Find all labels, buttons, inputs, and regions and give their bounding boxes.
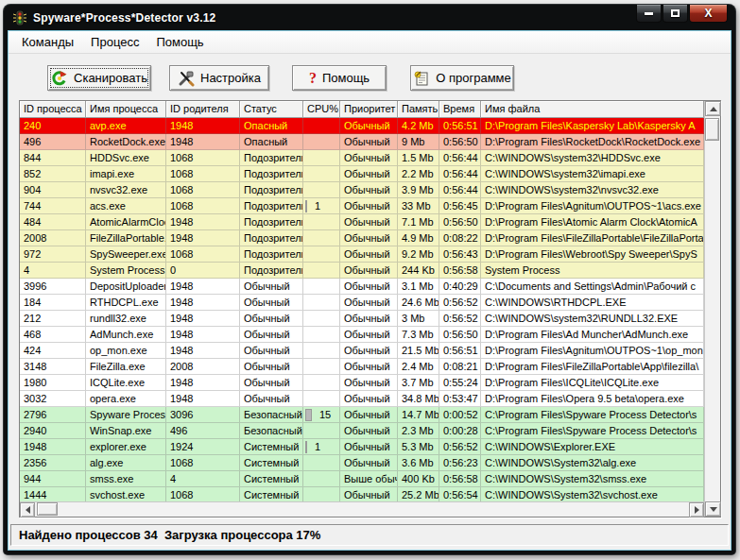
- cell-priority: Обычный: [340, 455, 398, 471]
- about-button[interactable]: О программе: [410, 65, 514, 91]
- table-row[interactable]: 844HDDSvc.exe1068ПодозрительныйОбычный1.…: [20, 150, 704, 166]
- cell-file: D:\Program Files\ICQLite\ICQLite.exe: [481, 375, 704, 391]
- horizontal-scroll-track[interactable]: [35, 502, 689, 517]
- cell-file: D:\Program Files\Atomic Alarm Clock\Atom…: [481, 214, 704, 230]
- column-header-time[interactable]: Время: [439, 101, 481, 118]
- title-bar[interactable]: Spyware*Process*Detector v3.12 X: [4, 5, 735, 31]
- horizontal-scroll-thumb[interactable]: [37, 502, 58, 516]
- table-row[interactable]: 2940WinSnap.exe496БезопасныйОбычный2.3 M…: [20, 423, 704, 439]
- table-row[interactable]: 212rundll32.exe1948ОбычныйОбычный3 Mb0:5…: [20, 311, 704, 327]
- cell-memory: 9 Mb: [398, 134, 439, 150]
- cell-parent: 1068: [166, 182, 240, 198]
- column-header-id[interactable]: ID процесса: [20, 101, 86, 118]
- menu-item-1[interactable]: Команды: [13, 32, 82, 52]
- tools-icon: [178, 70, 195, 87]
- settings-button-label: Настройка: [200, 71, 261, 85]
- cell-id: 424: [20, 343, 86, 359]
- cell-name: System Process: [86, 263, 166, 279]
- cell-priority: Обычный: [340, 246, 398, 263]
- cell-parent: 3096: [166, 407, 240, 423]
- scan-button[interactable]: Сканировать: [47, 65, 151, 91]
- cell-name: AdMunch.exe: [86, 327, 166, 343]
- help-button[interactable]: ? Помощь: [292, 65, 387, 91]
- vertical-scroll-thumb[interactable]: [705, 118, 719, 141]
- cell-time: 0:56:54: [439, 487, 481, 501]
- cell-time: 0:56:43: [439, 246, 481, 263]
- cell-time: 0:56:50: [439, 214, 481, 230]
- cell-cpu: [303, 391, 340, 407]
- cell-status: Безопасный: [240, 407, 303, 423]
- table-row[interactable]: 468AdMunch.exe1948ОбычныйОбычный7.3 Mb0:…: [20, 327, 704, 343]
- cell-memory: 14.7 Mb: [398, 407, 439, 423]
- close-button[interactable]: X: [689, 5, 728, 23]
- cell-priority: Обычный: [340, 279, 398, 295]
- menu-item-2[interactable]: Процесс: [82, 32, 147, 52]
- cell-memory: 7.3 Mb: [398, 327, 439, 343]
- scroll-down-button[interactable]: [705, 501, 721, 517]
- table-row[interactable]: 904nvsvc32.exe1068ПодозрительныйОбычный3…: [20, 182, 704, 198]
- column-header-file[interactable]: Имя файла: [481, 101, 704, 118]
- cell-file: D:\Program Files\Agnitum\OUTPOS~1\op_mon: [481, 343, 704, 359]
- table-row[interactable]: 4System Process0ПодозрительныйОбычный244…: [20, 263, 704, 279]
- table-row[interactable]: 3032opera.exe1948ОбычныйОбычный34.8 Mb0:…: [20, 391, 704, 407]
- column-header-name[interactable]: Имя процесса: [86, 101, 166, 118]
- cell-memory: 9.2 Mb: [398, 246, 439, 263]
- table-row[interactable]: 1980ICQLite.exe1948ОбычныйОбычный3.7 Mb0…: [20, 375, 704, 391]
- traffic-light-icon: [12, 10, 27, 25]
- cell-priority: Обычный: [340, 166, 398, 182]
- horizontal-scrollbar[interactable]: [20, 501, 704, 517]
- table-row[interactable]: 852imapi.exe1068ПодозрительныйОбычный2.2…: [20, 166, 704, 182]
- cell-priority: Обычный: [340, 198, 398, 214]
- cell-time: 0:00:28: [439, 423, 481, 439]
- cell-file: C:\WINDOWS\System32\svchost.exe: [481, 487, 704, 501]
- cell-priority: Обычный: [340, 182, 398, 198]
- table-row[interactable]: 2008FileZillaPortable.exe1948Подозритель…: [20, 230, 704, 246]
- window-title: Spyware*Process*Detector v3.12: [33, 11, 215, 25]
- table-row[interactable]: 972SpySweeper.exe1068ПодозрительныйОбычн…: [20, 246, 704, 263]
- table-row[interactable]: 484AtomicAlarmClock.exe1948Подозрительны…: [20, 214, 704, 230]
- scroll-right-button[interactable]: [689, 502, 704, 518]
- maximize-button[interactable]: [663, 5, 688, 23]
- column-header-cpu[interactable]: CPU%: [303, 101, 340, 118]
- table-row[interactable]: 496RocketDock.exe1948ОпасныйОбычный9 Mb0…: [20, 134, 704, 150]
- cell-memory: 3.9 Mb: [398, 182, 439, 198]
- column-header-status[interactable]: Статус: [240, 101, 303, 118]
- cell-name: rundll32.exe: [86, 311, 166, 327]
- cell-file: D:\Program Files\Ad Muncher\AdMunch.exe: [481, 327, 704, 343]
- settings-button[interactable]: Настройка: [169, 65, 269, 91]
- menu-item-3[interactable]: Помощь: [147, 32, 212, 52]
- close-icon: X: [704, 8, 712, 19]
- table-row[interactable]: 944smss.exe4СистемныйВыше обычного400 Kb…: [20, 471, 704, 487]
- cell-priority: Обычный: [340, 439, 398, 455]
- cell-priority: Обычный: [340, 311, 398, 327]
- cell-parent: 1948: [166, 311, 240, 327]
- scroll-left-button[interactable]: [20, 502, 35, 518]
- table-row[interactable]: 2796Spyware Process Detector3096Безопасн…: [20, 407, 704, 423]
- table-row[interactable]: 744acs.exe1068Подозрительный1Обычный33 M…: [20, 198, 704, 214]
- arrow-left-icon: [26, 506, 30, 514]
- vertical-scroll-track[interactable]: [705, 116, 720, 501]
- cell-file: C:\WINDOWS\Explorer.EXE: [481, 439, 704, 455]
- cpu-usage-bar: [305, 409, 312, 421]
- column-header-priority[interactable]: Приоритет: [340, 101, 398, 118]
- cell-file: C:\WINDOWS\RTHDCPL.EXE: [481, 295, 704, 311]
- cell-file: D:\Program Files\Kaspersky Lab\Kaspersky…: [481, 118, 704, 134]
- cell-priority: Обычный: [340, 134, 398, 150]
- cell-name: nvsvc32.exe: [86, 182, 166, 198]
- cell-cpu: [303, 182, 340, 198]
- table-row[interactable]: 1444svchost.exe1068СистемныйОбычный25.2 …: [20, 487, 704, 501]
- scroll-up-button[interactable]: [705, 101, 721, 116]
- table-row[interactable]: 1948explorer.exe1924Системный1Обычный5.3…: [20, 439, 704, 455]
- minimize-button[interactable]: [636, 5, 662, 23]
- table-row[interactable]: 3996DepositUploader.exe1948ОбычныйОбычны…: [20, 279, 704, 295]
- table-row[interactable]: 424op_mon.exe1948ОбычныйОбычный21.5 Mb0:…: [20, 343, 704, 359]
- cell-cpu: [303, 343, 340, 359]
- vertical-scrollbar[interactable]: [704, 101, 720, 517]
- table-row[interactable]: 3148FileZilla.exe2008ОбычныйОбычный2.4 M…: [20, 359, 704, 375]
- column-header-parent[interactable]: ID родителя: [166, 101, 240, 118]
- cell-id: 240: [20, 118, 86, 134]
- table-row[interactable]: 240avp.exe1948ОпасныйОбычный4.2 Mb0:56:5…: [20, 118, 704, 134]
- table-row[interactable]: 2356alg.exe1068СистемныйОбычный3.6 Mb0:5…: [20, 455, 704, 471]
- table-row[interactable]: 184RTHDCPL.exe1948ОбычныйОбычный24.6 Mb0…: [20, 295, 704, 311]
- column-header-memory[interactable]: Память: [398, 101, 439, 118]
